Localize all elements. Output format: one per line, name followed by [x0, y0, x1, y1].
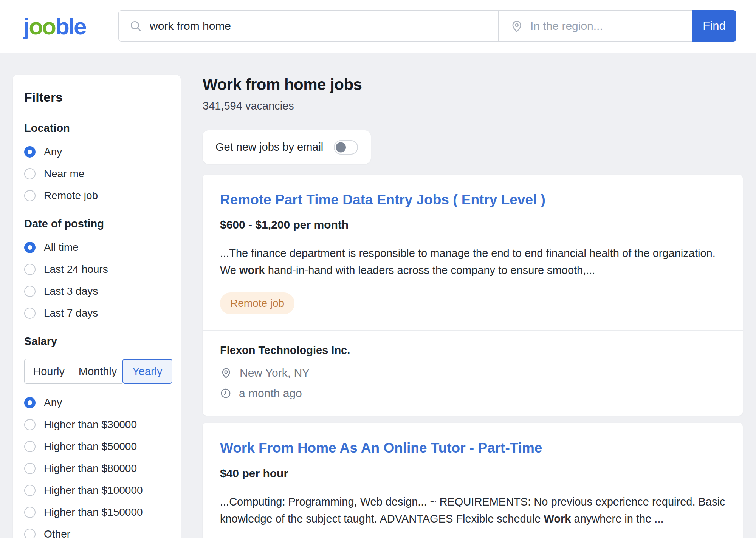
radio-icon — [24, 529, 36, 538]
email-subscribe-card: Get new jobs by email — [203, 130, 371, 164]
clock-icon — [220, 388, 231, 399]
salary-option-80000[interactable]: Higher than $80000 — [24, 462, 169, 475]
filters-title: Filters — [24, 90, 169, 105]
company-name: Flexon Technologies Inc. — [220, 344, 725, 357]
job-title-link[interactable]: Work From Home As An Online Tutor - Part… — [220, 439, 725, 457]
job-location: New York, NY — [240, 366, 310, 379]
tab-yearly[interactable]: Yearly — [122, 359, 172, 384]
radio-icon — [24, 190, 36, 201]
option-label: Higher than $150000 — [44, 506, 143, 518]
option-label: Any — [44, 397, 62, 409]
date-option-last-7-days[interactable]: Last 7 days — [24, 307, 169, 319]
logo-part-ble: ble — [55, 13, 86, 39]
location-heading: Location — [24, 122, 169, 134]
location-option-near-me[interactable]: Near me — [24, 168, 169, 180]
salary-option-100000[interactable]: Higher than $100000 — [24, 484, 169, 496]
option-label: Last 7 days — [44, 307, 98, 319]
description-text: hand-in-hand with leaders across the com… — [265, 264, 595, 276]
radio-icon — [24, 308, 36, 319]
job-posted-row: a month ago — [220, 387, 725, 400]
description-highlight: work — [239, 264, 265, 276]
option-label: Near me — [44, 168, 84, 180]
tab-monthly[interactable]: Monthly — [73, 359, 122, 384]
description-highlight: Work — [544, 513, 571, 525]
keyword-search-section — [119, 11, 499, 41]
option-label: Other — [44, 528, 70, 538]
logo-part-oo: oo — [29, 13, 55, 39]
radio-icon — [24, 441, 36, 452]
option-label: Higher than $30000 — [44, 419, 137, 431]
salary-period-tabs: Hourly Monthly Yearly — [24, 359, 172, 384]
job-salary: $600 - $1,200 per month — [220, 218, 725, 231]
radio-icon — [24, 463, 36, 474]
job-location-row: New York, NY — [220, 366, 725, 379]
email-subscribe-toggle[interactable] — [334, 140, 358, 155]
job-card[interactable]: Remote Part Time Data Entry Jobs ( Entry… — [203, 175, 743, 416]
radio-icon — [24, 242, 36, 253]
find-button[interactable]: Find — [692, 10, 736, 42]
job-description: ...The finance department is responsible… — [220, 245, 725, 279]
radio-icon — [24, 286, 36, 297]
job-tags: Remote job — [220, 292, 725, 314]
option-label: Higher than $80000 — [44, 462, 137, 475]
option-label: Any — [44, 146, 62, 158]
results-area: Work from home jobs 341,594 vacancies Ge… — [203, 76, 743, 538]
radio-icon — [24, 419, 36, 430]
toggle-knob — [336, 142, 346, 152]
job-card[interactable]: Work From Home As An Online Tutor - Part… — [203, 423, 743, 538]
option-label: All time — [44, 241, 79, 254]
salary-heading: Salary — [24, 335, 169, 348]
radio-icon — [24, 507, 36, 518]
date-option-last-24-hours[interactable]: Last 24 hours — [24, 263, 169, 275]
option-label: Remote job — [44, 190, 98, 202]
date-option-last-3-days[interactable]: Last 3 days — [24, 285, 169, 297]
location-pin-icon — [220, 367, 232, 379]
email-subscribe-label: Get new jobs by email — [215, 141, 323, 153]
job-title-link[interactable]: Remote Part Time Data Entry Jobs ( Entry… — [220, 191, 725, 209]
salary-option-30000[interactable]: Higher than $30000 — [24, 419, 169, 431]
option-label: Last 24 hours — [44, 263, 108, 275]
job-description: ...Computing: Programming, Web design...… — [220, 493, 725, 527]
search-input[interactable] — [150, 20, 498, 32]
radio-icon — [24, 485, 36, 496]
company-block: Flexon Technologies Inc. New York, NY a … — [220, 331, 725, 416]
salary-option-any[interactable]: Any — [24, 397, 169, 409]
option-label: Higher than $100000 — [44, 484, 143, 496]
filters-panel: Filters Location Any Near me Remote job … — [13, 75, 181, 538]
date-option-all-time[interactable]: All time — [24, 241, 169, 254]
region-input[interactable] — [530, 20, 692, 32]
radio-icon — [24, 264, 36, 275]
tab-hourly[interactable]: Hourly — [24, 359, 73, 384]
salary-option-other[interactable]: Other — [24, 528, 169, 538]
search-bar — [118, 10, 692, 42]
logo-part-j: j — [23, 13, 29, 39]
search-icon — [129, 20, 142, 32]
job-salary: $40 per hour — [220, 467, 725, 480]
location-option-remote-job[interactable]: Remote job — [24, 190, 169, 202]
salary-option-50000[interactable]: Higher than $50000 — [24, 441, 169, 453]
vacancies-count: 341,594 vacancies — [203, 100, 743, 112]
description-text: anywhere in the ... — [571, 513, 664, 525]
page-title: Work from home jobs — [203, 76, 743, 94]
radio-icon — [24, 397, 36, 408]
location-option-any[interactable]: Any — [24, 146, 169, 158]
job-posted: a month ago — [239, 387, 302, 400]
page: jooble Find Filters Location Any Near me — [0, 0, 756, 538]
option-label: Last 3 days — [44, 285, 98, 297]
header: jooble Find — [0, 0, 756, 53]
option-label: Higher than $50000 — [44, 441, 137, 453]
salary-option-150000[interactable]: Higher than $150000 — [24, 506, 169, 518]
region-search-section — [499, 11, 692, 41]
radio-icon — [24, 168, 36, 179]
region-pin-icon — [510, 19, 524, 33]
remote-job-tag: Remote job — [220, 292, 294, 314]
jooble-logo[interactable]: jooble — [23, 15, 86, 38]
date-heading: Date of posting — [24, 218, 169, 230]
radio-icon — [24, 146, 36, 158]
